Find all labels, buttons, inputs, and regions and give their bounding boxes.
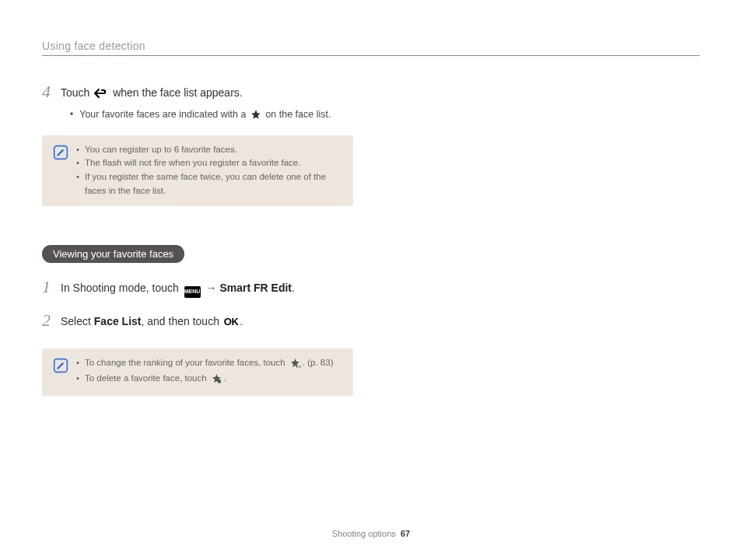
bullet-dot: • (70, 108, 73, 124)
back-arrow-icon (94, 87, 108, 103)
step-number: 4 (42, 83, 53, 100)
note-2-item-1: • To change the ranking of your favorite… (76, 356, 344, 373)
step-4-sub-content: Your favorite faces are indicated with a… (79, 108, 331, 124)
step-1-bold: Smart FR Edit (219, 282, 292, 294)
note-1-item-2: •The flash will not fire when you regist… (76, 156, 344, 170)
note-1-list: •You can register up to 6 favorite faces… (76, 143, 344, 198)
svg-rect-3 (218, 380, 221, 383)
note-1-item-3-text: If you register the same face twice, you… (85, 170, 344, 198)
menu-icon: MENU (184, 286, 201, 298)
step-1: 1 In Shooting mode, touch MENU → Smart F… (42, 278, 353, 298)
step-2-mid: , and then touch (142, 315, 222, 327)
footer-section-label: Shooting options (332, 529, 396, 538)
note-pencil-icon (53, 145, 68, 198)
note-box-2: • To change the ranking of your favorite… (42, 348, 353, 397)
step-number: 2 (42, 312, 53, 329)
note-2-item-2-after: . (224, 373, 226, 383)
step-4: 4 Touch when the face list appears. (42, 83, 353, 103)
step-4-sub-bullet: • Your favorite faces are indicated with… (70, 108, 353, 124)
step-1-before: In Shooting mode, touch (61, 282, 182, 294)
note-pencil-icon (53, 358, 68, 389)
page-header-rule: Using face detection (42, 39, 700, 56)
step-number: 1 (42, 278, 53, 296)
note-box-1: •You can register up to 6 favorite faces… (42, 135, 353, 206)
note-1-item-1: •You can register up to 6 favorite faces… (76, 143, 344, 157)
note-1-item-1-text: You can register up to 6 favorite faces. (85, 143, 237, 157)
note-2-item-1-after: . (p. 83) (303, 358, 334, 367)
step-2-before: Select (61, 315, 94, 327)
step-4-sub-before: Your favorite faces are indicated with a (79, 109, 249, 120)
svg-text:123: 123 (296, 365, 301, 368)
note-2-item-2: • To delete a favorite face, touch . (76, 372, 344, 388)
step-1-end: . (292, 282, 295, 294)
note-2-item-1-before: To change the ranking of your favorite f… (85, 358, 288, 367)
step-4-text: Touch when the face list appears. (61, 83, 353, 103)
section-heading-pill: Viewing your favorite faces (42, 245, 184, 263)
content-column: 4 Touch when the face list appears. • Yo… (42, 83, 353, 396)
footer-page-number: 67 (401, 529, 410, 538)
ok-icon: OK (224, 316, 239, 327)
note-2-item-1-content: To change the ranking of your favorite f… (85, 356, 333, 373)
step-2-text: Select Face List, and then touch OK. (61, 312, 353, 330)
step-4-after: when the face list appears. (110, 86, 242, 99)
step-2-end: . (240, 315, 243, 327)
star-delete-icon (211, 373, 222, 388)
note-2-item-2-before: To delete a favorite face, touch (85, 373, 209, 383)
note-1-item-2-text: The flash will not fire when you registe… (85, 156, 300, 170)
note-1-item-3: •If you register the same face twice, yo… (76, 170, 344, 198)
star-icon (250, 109, 261, 124)
step-2: 2 Select Face List, and then touch OK. (42, 312, 353, 330)
manual-page: Using face detection 4 Touch when the fa… (0, 0, 742, 560)
step-4-sub-after: on the face list. (263, 109, 331, 120)
page-header-title: Using face detection (42, 40, 145, 52)
page-footer: Shooting options 67 (0, 529, 742, 538)
step-1-arrow: → (203, 282, 220, 294)
step-1-text: In Shooting mode, touch MENU → Smart FR … (61, 278, 353, 298)
step-4-before: Touch (61, 86, 93, 99)
note-2-list: • To change the ranking of your favorite… (76, 356, 344, 389)
star-rank-icon: 123 (289, 358, 301, 373)
note-2-item-2-content: To delete a favorite face, touch . (85, 372, 226, 388)
step-2-bold: Face List (94, 315, 142, 327)
